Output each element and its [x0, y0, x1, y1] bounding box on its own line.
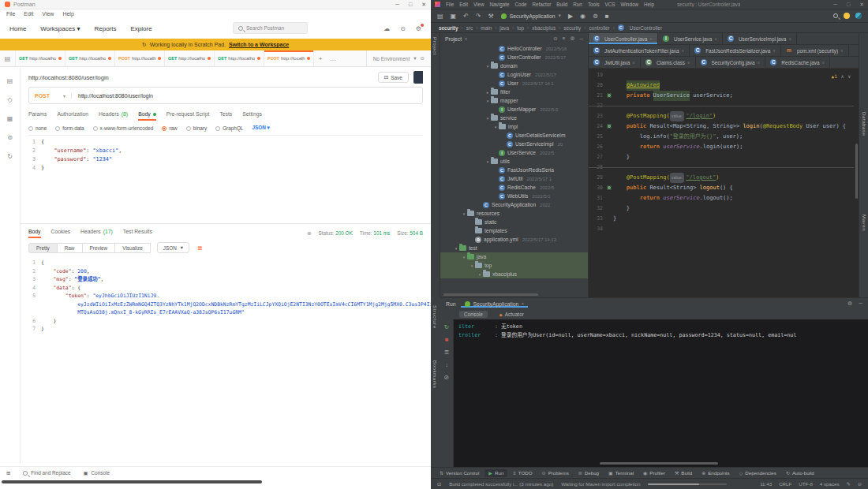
maximize-icon[interactable]: □ — [847, 2, 850, 8]
tree-row[interactable]: CHelloController2022/5/16 — [440, 44, 588, 53]
tree-row[interactable]: CUserController2022/5/17 — [440, 53, 588, 62]
tree-arrow-icon[interactable]: ▾ — [485, 116, 491, 121]
minimize-icon[interactable]: ─ — [833, 2, 837, 8]
editor-tab[interactable]: CJwtAuthenticationTokenFilter.java∨ — [589, 45, 690, 56]
breadcrumb-item[interactable]: java — [499, 25, 509, 31]
maximize-icon[interactable]: □ — [409, 2, 412, 8]
tool-tab-project[interactable]: Project — [432, 37, 438, 55]
close-icon[interactable]: ✕ — [521, 301, 524, 306]
sidebar-toggle-icon[interactable]: ▤ — [0, 50, 16, 66]
tool-tab-bookmarks[interactable]: Bookmarks — [432, 360, 438, 388]
environment-selector[interactable]: No Environment ▾ ⊙ — [366, 50, 431, 66]
tool-button-version-control[interactable]: ⇅Version Control — [436, 469, 483, 477]
tree-row[interactable]: ▾test — [440, 244, 588, 252]
tree-arrow-icon[interactable]: ▾ — [461, 255, 467, 259]
breadcrumb-item[interactable]: security — [439, 25, 458, 31]
request-tab-headers[interactable]: Headers(8) — [99, 111, 128, 121]
response-tab-body[interactable]: Body — [28, 229, 41, 238]
menu-item[interactable]: Help — [644, 2, 654, 7]
method-selector[interactable]: POST ▾ — [29, 93, 72, 99]
run-tab-securityapplication[interactable]: SecurityApplication ✕ — [461, 300, 528, 308]
event-log-icon[interactable]: ⊡ — [437, 481, 441, 487]
build-status-text[interactable]: Build completed successfully i... (3 min… — [449, 481, 553, 487]
response-tab-test-results[interactable]: Test Results — [123, 229, 152, 238]
tool-tab-maven[interactable]: Maven — [862, 215, 867, 231]
tool-button-build[interactable]: ⚒Build — [671, 469, 696, 477]
breadcrumb-item[interactable]: top — [517, 25, 524, 31]
menu-item[interactable]: Edit — [459, 2, 468, 7]
menu-item[interactable]: Navigate — [490, 2, 510, 7]
menu-item[interactable]: File — [6, 11, 15, 17]
tree-row[interactable]: ▾xbacciplus — [440, 270, 588, 278]
write-access-icon[interactable]: ✎ — [847, 481, 851, 487]
request-tab-settings[interactable]: Settings — [242, 111, 262, 121]
save-button[interactable]: ⊡ Save — [378, 72, 409, 83]
tree-row[interactable]: ▾resources — [440, 209, 588, 218]
body-mode-raw[interactable]: raw — [162, 125, 177, 131]
run-subtab-actuator[interactable]: ◆Actuator — [495, 311, 529, 318]
close-icon[interactable]: ✕ — [859, 2, 864, 8]
breadcrumb-item[interactable]: controller — [589, 25, 609, 31]
close-icon[interactable]: ✕ — [421, 2, 426, 8]
nav-item-home[interactable]: Home — [9, 25, 26, 32]
run-button[interactable]: ▶ — [568, 13, 573, 20]
layout-icon[interactable]: ⊞ — [6, 470, 10, 476]
request-tab[interactable]: GEThttp://localho — [16, 50, 65, 66]
tool-button-auto-build[interactable]: ↻Auto-build — [782, 469, 818, 477]
tree-row[interactable]: IUserService2022/5 — [440, 148, 588, 157]
tree-row[interactable]: ⚙application.yml2022/5/17 14:12 — [440, 235, 588, 244]
body-language-selector[interactable]: JSON ▾ — [252, 125, 269, 131]
request-tab-authorization[interactable]: Authorization — [57, 111, 88, 121]
editor-tab[interactable]: CFastJsonRedisSerializer.java∨ — [690, 45, 781, 56]
notifications-icon[interactable]: ⊙ — [858, 481, 862, 487]
response-body[interactable]: 1{2 "code": 200,3 "msg": "登录成功",4 "data"… — [21, 257, 431, 334]
view-pretty[interactable]: Pretty — [28, 243, 58, 253]
menu-item[interactable]: Edit — [24, 11, 33, 17]
status-item[interactable]: CRLF — [779, 481, 791, 487]
coverage-icon[interactable]: ◉ — [580, 13, 586, 20]
soft-wrap-icon[interactable]: ≣ — [444, 349, 449, 356]
console-button[interactable]: ▣ Console — [83, 470, 110, 476]
tree-row[interactable]: templates — [440, 226, 588, 235]
rerun-icon[interactable]: ↻ — [444, 323, 449, 330]
locate-file-icon[interactable]: ⊙ — [553, 35, 557, 42]
search-input[interactable]: Search Postman — [233, 22, 308, 34]
debug-icon[interactable]: ⊚ — [593, 13, 598, 20]
tree-row[interactable]: ▾service — [440, 114, 588, 122]
body-mode-binary[interactable]: binary — [186, 125, 207, 131]
tool-button-profiler[interactable]: ◉Profiler — [639, 469, 669, 477]
tree-row[interactable]: CUser2022/5/17 14:1 — [440, 79, 588, 88]
clear-console-icon[interactable]: ⊘ — [444, 374, 449, 381]
tree-arrow-icon[interactable]: ▾ — [469, 263, 475, 268]
breadcrumb-item[interactable]: security — [563, 25, 581, 31]
tree-row[interactable]: ▸filter — [440, 88, 588, 96]
run-console[interactable]: ilter : 无tokentroller : 登录的用户为User(id=nu… — [454, 319, 868, 467]
menu-item[interactable]: VCS — [605, 2, 615, 7]
spring-bean-icon[interactable] — [607, 124, 612, 129]
tool-button-debug[interactable]: ⊚Debug — [574, 469, 603, 477]
view-visualize[interactable]: Visualize — [115, 243, 150, 253]
menu-item[interactable]: Code — [514, 2, 526, 7]
editor-tab[interactable]: CClaims.class∨ — [641, 57, 696, 68]
tool-tab-database[interactable]: Database — [862, 112, 867, 136]
project-scrollbar[interactable] — [443, 293, 538, 296]
settings-gear-icon[interactable]: ⚙ — [416, 25, 421, 32]
request-tab[interactable]: GEThttp://localho — [165, 50, 215, 66]
tree-row[interactable]: CUserServiceImpl20 — [440, 140, 588, 148]
tree-row[interactable]: IUserMapper2022/5/1 — [440, 105, 588, 114]
spring-bean-icon[interactable] — [607, 185, 612, 190]
collapse-all-icon[interactable]: ≡ — [563, 35, 566, 42]
editor-tab[interactable]: CRedisCache.java∨ — [765, 57, 830, 68]
body-mode-none[interactable]: none — [28, 125, 47, 131]
build-hammer-icon[interactable]: ⚒ — [488, 13, 494, 20]
menu-item[interactable]: Tools — [588, 2, 600, 7]
open-icon[interactable]: ▤ — [437, 13, 443, 20]
request-tab[interactable]: GEThttp://localho — [215, 50, 264, 66]
breadcrumb-item[interactable]: src — [466, 25, 473, 31]
tree-arrow-icon[interactable]: ▾ — [461, 211, 467, 216]
request-tab-pre-request-script[interactable]: Pre-request Script — [166, 111, 210, 121]
response-tab-headers[interactable]: Headers(17) — [80, 229, 113, 238]
run-configuration-selector[interactable]: SecurityApplication ▾ — [501, 13, 561, 19]
nav-item-workspaces[interactable]: Workspaces ▾ — [40, 25, 80, 32]
switch-workspace-link[interactable]: Switch to a Workspace — [229, 42, 289, 47]
